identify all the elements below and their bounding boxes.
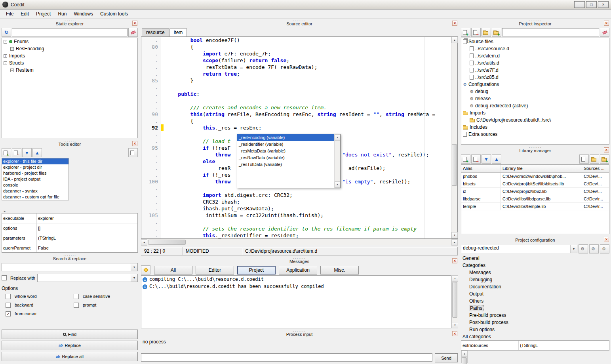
code-line[interactable]: 105 _initialSum = crc322uint(ihash.finis… [141,212,451,219]
replace-dropdown-icon[interactable]: ▼ [131,274,137,282]
move-library-down-button[interactable]: ▼ [482,154,491,164]
move-tool-down-button[interactable]: ▼ [22,148,32,157]
category-item[interactable]: Pre-build process [461,312,523,319]
library-column-header[interactable]: Sources ... [582,165,609,172]
scroll-down-icon[interactable]: ▼ [335,181,340,188]
add-library-folder-button[interactable] [600,154,609,164]
code-line[interactable]: . _resTxtData = encode_7F(_resRawData); [141,64,451,71]
category-item[interactable]: Categories [461,262,523,269]
search-input[interactable] [2,263,131,271]
code-line[interactable]: 92 this._res = resEnc; [141,124,451,131]
property-row[interactable]: extraSources(TStringL [461,341,609,351]
library-row[interactable]: izC:\Dev\dproj\iz\lib\iz.libC:\Dev\... [461,188,609,195]
symbol-search-input[interactable] [12,28,128,36]
replace-button[interactable]: ab Replace [2,341,138,350]
tools-splitter[interactable]: ▸ [2,200,8,213]
completion-item[interactable]: _resEncoding (variable) [237,134,334,141]
filter-misc[interactable]: Misc. [320,266,359,274]
expander-icon[interactable]: + [10,47,14,51]
add-source-button[interactable] [482,28,491,37]
inspector-tree-item[interactable]: ..\src\utils.d [461,59,609,67]
inspector-filter-input[interactable] [502,28,599,36]
inspector-tree-item[interactable]: ⚙release [461,95,609,102]
categories-button[interactable] [141,265,150,274]
menu-file[interactable]: File [2,10,17,18]
inspector-tree-item[interactable]: Extra sources [461,131,609,138]
code-line[interactable]: . return true; [141,71,451,77]
checkbox-case-sensitive[interactable]: case sensitive [70,292,138,301]
message-row[interactable]: iC:\...\build\resource.d.coedit has been… [141,283,451,290]
property-value[interactable]: (TStringL [519,341,609,350]
maximize-button[interactable]: □ [586,1,597,8]
inspector-tree-item[interactable]: Imports [461,109,609,116]
scroll-down-icon[interactable]: ▼ [451,232,458,238]
library-row[interactable]: phobosC:\Dev\dmd2\windows\lib\phob...C:\… [461,173,609,180]
message-row[interactable]: icompiling C:\...\build\resource.d.coedi… [141,276,451,283]
configuration-combo[interactable]: debug-redirected ▼ [461,245,577,253]
panel-close-icon[interactable]: × [132,141,137,146]
scroll-up-icon[interactable]: ▲ [451,37,458,43]
tool-item[interactable]: dscanner - custom opt for file [2,194,69,200]
symbol-tree-item[interactable]: +ResItem [2,67,137,74]
completion-item[interactable]: _resRawData (variable) [237,154,334,161]
scroll-down-icon[interactable]: ▼ [452,322,458,328]
code-line[interactable]: . // sets the resource identifier to the… [141,225,451,232]
property-value[interactable]: (TStringL [37,233,137,243]
menu-custom-tools[interactable]: Custom tools [97,10,131,18]
add-library-button[interactable] [461,154,470,164]
panel-close-icon[interactable]: × [604,147,609,152]
category-item[interactable]: Messages [461,269,523,276]
category-item[interactable]: Paths [461,305,523,312]
search-combo[interactable]: ▼ [2,263,138,271]
menu-windows[interactable]: Windows [70,10,97,18]
category-item[interactable]: Output [461,290,523,297]
tool-item[interactable]: console [2,182,69,188]
inspector-tree-item[interactable]: ⚙debug-redirected (active) [461,102,609,109]
scrollbar-thumb[interactable] [462,357,467,364]
code-line[interactable]: . { [141,118,451,124]
code-line[interactable]: . [141,97,451,104]
replace-input[interactable] [38,274,131,282]
property-value[interactable]: [] [37,223,137,233]
checkbox-whole-word[interactable]: whole word [2,292,70,301]
filter-editor[interactable]: Editor [196,266,234,274]
filter-all[interactable]: All [154,266,192,274]
scrollbar-track[interactable] [451,43,457,232]
category-item[interactable]: All categories [461,333,523,340]
menu-project[interactable]: Project [32,10,54,18]
code-line[interactable]: . [141,219,451,225]
expander-icon[interactable]: - [4,40,7,44]
code-line[interactable]: . import std.digest.crc: CRC32; [141,192,451,198]
inspector-tree-item[interactable]: ..\src\e7F.d [461,67,609,74]
category-item[interactable]: Others [461,297,523,305]
filter-application[interactable]: Application [279,266,317,274]
clone-config-button[interactable]: ⚙ [589,244,599,253]
checkbox-prompt[interactable]: prompt [70,301,138,309]
panel-close-icon[interactable]: × [604,21,609,26]
add-tool-button[interactable] [2,148,11,157]
completion-item[interactable]: _resMetaData (variable) [237,148,334,154]
inspector-tree-item[interactable]: ..\src\resource.d [461,45,609,52]
symbol-tree-item[interactable]: +ResEncoding [2,45,137,52]
move-library-up-button[interactable]: ▲ [492,154,501,164]
scroll-up-icon[interactable]: ▲ [461,351,468,357]
expander-icon[interactable]: - [4,61,7,65]
expander-icon[interactable]: + [4,54,7,58]
property-row[interactable]: executableexplorer [2,213,137,223]
code-line[interactable]: 90 this(string resFile, ResEncoding resE… [141,111,451,118]
completion-scrollbar[interactable]: ▲ ▼ [334,134,340,188]
tool-item[interactable]: explorer - this file dir [2,158,69,164]
symbol-tree-item[interactable]: -Enums [2,38,137,45]
refresh-button[interactable]: ↻ [2,28,11,37]
scrollbar-thumb[interactable] [452,282,457,318]
code-line[interactable]: . [141,84,451,91]
scrollbar-thumb[interactable] [148,240,186,245]
completion-item[interactable]: _resIdentifier (variable) [237,141,334,148]
category-item[interactable]: Run options [461,326,523,333]
new-config-button[interactable] [461,28,470,37]
inspector-tree-item[interactable]: ⚙Configurations [461,81,609,88]
configuration-scrollbar[interactable]: ▲ ▼ [461,351,467,363]
tool-item[interactable]: IDA - project output [2,176,69,182]
library-column-header[interactable]: Library file [501,165,582,172]
scroll-right-icon[interactable]: ► [451,239,458,246]
